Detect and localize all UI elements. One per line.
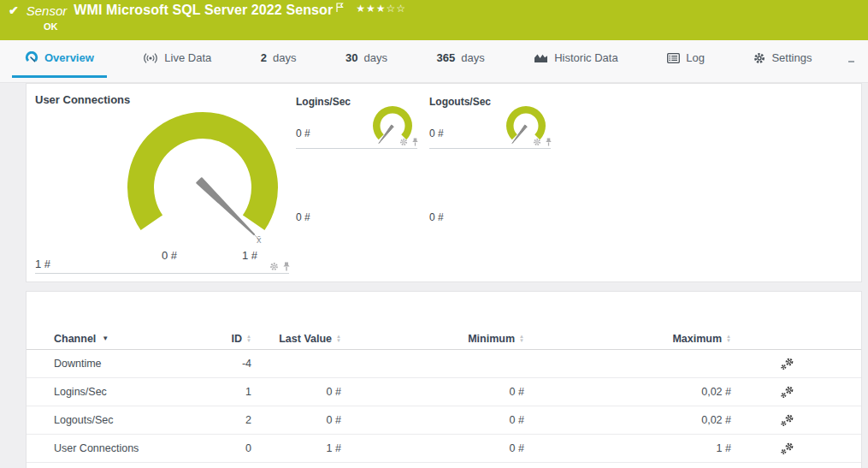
tab-number: 2 [261, 51, 267, 64]
column-header-minimum[interactable]: Minimum ▲▼ [341, 333, 524, 345]
header-label: Minimum [468, 333, 515, 345]
gauge-footer-divider [429, 148, 551, 149]
page-title: WMI Microsoft SQL Server 2022 Sensor [74, 3, 333, 18]
column-header-id[interactable]: ID ▲▼ [223, 333, 251, 345]
stars-filled: ★★★ [356, 3, 386, 15]
cell-channel: Logins/Sec [54, 386, 223, 398]
gauge-scale-max: 1 # [229, 249, 270, 262]
cell-channel: Downtime [54, 358, 223, 370]
cell-minimum: 0 # [341, 386, 524, 398]
gauge-title-logins: Logins/Sec [296, 96, 351, 108]
cell-maximum: 1 # [524, 442, 731, 454]
channels-panel: Channel ▼ ID ▲▼ Last Value ▲▼ Minimum ▲▼… [26, 291, 862, 468]
gauge-average-marker: x̄ [257, 234, 262, 245]
table-row: Logouts/Sec 2 0 # 0 # 0,02 # [27, 406, 861, 435]
edit-channel-gears-icon[interactable] [780, 414, 794, 427]
tab-overview[interactable]: Overview [12, 40, 107, 78]
cell-id: 2 [223, 414, 251, 426]
priority-stars[interactable]: ★★★☆☆ [356, 3, 406, 15]
edit-channel-gears-icon[interactable] [780, 386, 794, 399]
tab-unit: days [364, 51, 387, 64]
tab-label: Historic Data [554, 51, 617, 64]
sensor-header-bar: ✔ Sensor WMI Microsoft SQL Server 2022 S… [0, 0, 868, 40]
priority-flag-icon[interactable] [336, 3, 344, 13]
gauge-footer-divider [35, 273, 289, 274]
tab-365-days[interactable]: 365 days [424, 40, 498, 78]
logins-value: 0 # [296, 127, 310, 139]
header-label: Maximum [672, 333, 722, 345]
table-row: User Connections 0 1 # 0 # 1 # [27, 435, 861, 463]
status-check-icon: ✔ [9, 3, 19, 17]
tab-label: Live Data [164, 51, 211, 64]
cell-id: 0 [223, 442, 251, 454]
sort-icon: ▲▼ [726, 335, 731, 343]
tab-bar-edge-mark [848, 61, 854, 62]
gear-icon [753, 52, 765, 64]
cell-minimum: 0 # [341, 442, 524, 454]
channel-gear-icon[interactable] [399, 138, 408, 146]
status-badge: OK [44, 21, 58, 32]
tab-label: Settings [771, 51, 812, 64]
cell-id: 1 [223, 386, 251, 398]
broadcast-icon [143, 52, 158, 64]
tab-number: 30 [345, 51, 357, 64]
sort-desc-icon: ▼ [102, 335, 109, 342]
table-row: Logins/Sec 1 0 # 0 # 0,02 # [27, 378, 861, 406]
cell-minimum: 0 # [341, 414, 524, 426]
channel-gear-icon[interactable] [533, 138, 541, 146]
cell-maximum: 0,02 # [524, 414, 731, 426]
channel-gear-icon[interactable] [269, 262, 279, 271]
channel-pin-icon[interactable] [545, 138, 552, 146]
tab-historic-data[interactable]: Historic Data [521, 40, 630, 78]
tab-2-days[interactable]: 2 days [248, 40, 310, 78]
area-chart-icon [534, 52, 548, 63]
tab-label: Log [686, 51, 705, 64]
user-connections-gauge[interactable] [117, 102, 288, 256]
gauge-title-user-connections: User Connections [35, 93, 130, 106]
tab-label: Overview [44, 51, 94, 64]
column-header-channel[interactable]: Channel ▼ [54, 333, 223, 345]
log-list-icon [667, 53, 680, 63]
tab-log[interactable]: Log [654, 40, 717, 78]
tab-30-days[interactable]: 30 days [333, 40, 400, 78]
header-label: Channel [54, 333, 96, 345]
header-label: Last Value [279, 333, 332, 345]
tab-settings[interactable]: Settings [741, 40, 824, 78]
tab-unit: days [461, 51, 484, 64]
table-header-row: Channel ▼ ID ▲▼ Last Value ▲▼ Minimum ▲▼… [27, 328, 861, 350]
gauge-icon [25, 51, 38, 65]
gauge-current-value: 0 # [296, 211, 310, 223]
cell-id: -4 [223, 358, 251, 370]
edit-channel-gears-icon[interactable] [780, 442, 794, 455]
tab-bar: Overview Live Data 2 days 30 days 365 da… [0, 40, 868, 83]
logouts-value: 0 # [429, 127, 444, 139]
gauge-title-logouts: Logouts/Sec [429, 96, 491, 108]
tab-unit: days [273, 51, 296, 64]
stars-empty: ☆☆ [387, 3, 407, 15]
edit-channel-gears-icon[interactable] [780, 358, 794, 370]
cell-channel: Logouts/Sec [54, 414, 223, 426]
object-kind-label: Sensor [27, 3, 68, 18]
header-label: ID [232, 333, 243, 345]
tab-live-data[interactable]: Live Data [130, 40, 224, 78]
cell-last-value: 0 # [251, 414, 341, 426]
gauge-current-value: 0 # [429, 211, 444, 223]
cell-last-value: 0 # [251, 386, 341, 398]
gauge-footer-divider [296, 148, 417, 149]
cell-channel: User Connections [54, 442, 223, 454]
table-row: Downtime -4 [27, 350, 861, 378]
channel-pin-icon[interactable] [282, 262, 291, 271]
cell-last-value: 1 # [251, 442, 341, 454]
gauges-panel: User Connections 0 # 1 # x̄ 1 # Logins/S… [26, 83, 862, 282]
column-header-maximum[interactable]: Maximum ▲▼ [524, 333, 731, 345]
tab-number: 365 [437, 51, 456, 64]
channel-pin-icon[interactable] [411, 138, 419, 146]
cell-maximum: 0,02 # [524, 386, 731, 398]
column-header-last-value[interactable]: Last Value ▲▼ [251, 333, 341, 345]
gauge-current-value: 1 # [35, 258, 50, 270]
gauge-scale-min: 0 # [149, 249, 190, 262]
